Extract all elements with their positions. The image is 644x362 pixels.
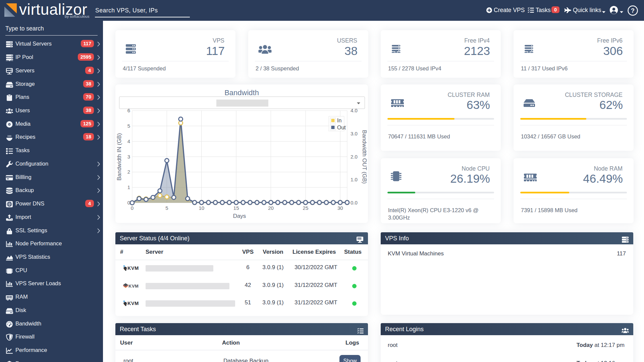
svg-text:Bandwidth IN (GB): Bandwidth IN (GB) bbox=[116, 133, 122, 181]
svg-text:20: 20 bbox=[268, 205, 274, 211]
svg-text:0: 0 bbox=[131, 205, 133, 211]
svg-text:2: 2 bbox=[127, 169, 130, 175]
svg-text:2.0: 2.0 bbox=[351, 154, 358, 160]
svg-text:5: 5 bbox=[165, 205, 168, 211]
svg-text:?: ? bbox=[631, 7, 635, 14]
svg-text:3.0: 3.0 bbox=[351, 131, 358, 136]
svg-text:4.0: 4.0 bbox=[351, 108, 358, 113]
svg-text:3: 3 bbox=[127, 154, 130, 160]
svg-text:Days: Days bbox=[233, 213, 246, 219]
svg-text:Bandwidth OUT (GB): Bandwidth OUT (GB) bbox=[361, 130, 368, 184]
svg-text:4: 4 bbox=[127, 138, 130, 144]
svg-text:0.0: 0.0 bbox=[351, 200, 358, 205]
svg-text:0: 0 bbox=[127, 200, 130, 205]
svg-text:1.0: 1.0 bbox=[351, 177, 358, 182]
svg-text:6: 6 bbox=[127, 108, 130, 113]
svg-text:1: 1 bbox=[127, 184, 130, 190]
svg-text:25: 25 bbox=[303, 205, 309, 211]
svg-text:Out: Out bbox=[337, 125, 346, 130]
svg-text:15: 15 bbox=[233, 205, 239, 211]
svg-text:In: In bbox=[337, 118, 341, 123]
svg-text:5: 5 bbox=[127, 123, 130, 129]
svg-text:10: 10 bbox=[199, 205, 204, 211]
svg-text:30: 30 bbox=[337, 205, 343, 211]
